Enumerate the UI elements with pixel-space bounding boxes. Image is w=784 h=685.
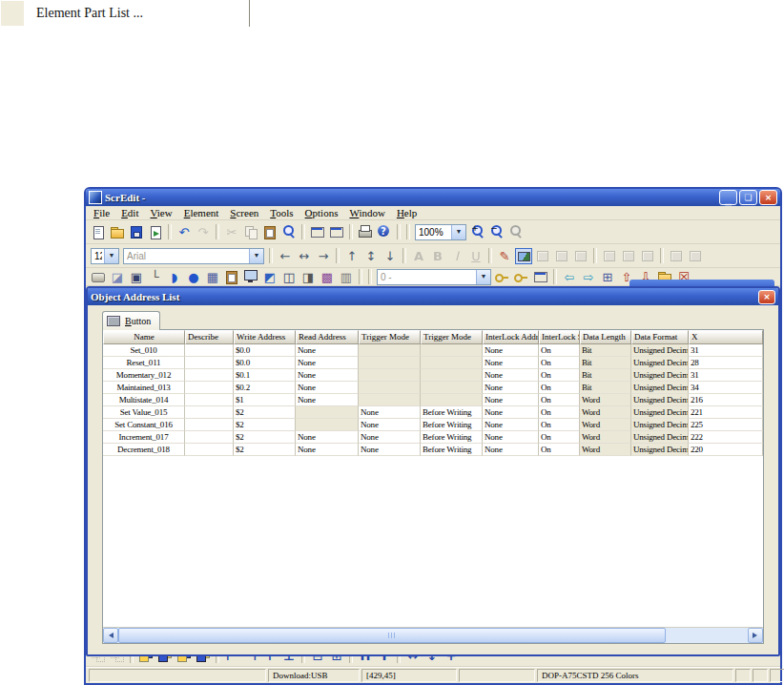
- table-cell[interactable]: $2: [234, 431, 296, 444]
- scroll-right-button[interactable]: [748, 628, 763, 643]
- table-cell[interactable]: [185, 344, 234, 357]
- zoom-select[interactable]: 100%▼: [415, 224, 466, 240]
- table-cell[interactable]: None: [483, 444, 539, 456]
- table-cell[interactable]: None: [359, 431, 421, 444]
- table-cell[interactable]: [185, 369, 234, 382]
- table-cell[interactable]: Unsigned Decimal: [631, 369, 689, 382]
- table-cell[interactable]: 220: [689, 444, 763, 456]
- table-cell[interactable]: [359, 369, 421, 382]
- keypad-tool[interactable]: ▩: [319, 269, 336, 285]
- prev-screen-button[interactable]: ⇦: [561, 269, 578, 285]
- table-cell[interactable]: [421, 382, 483, 394]
- table-cell[interactable]: Momentary_012: [103, 369, 185, 382]
- table-cell[interactable]: Set_010: [103, 344, 185, 357]
- table-cell[interactable]: Unsigned Decimal: [631, 419, 689, 431]
- scroll-left-button[interactable]: [103, 628, 118, 643]
- frame-style-button[interactable]: [668, 248, 685, 264]
- table-cell[interactable]: Set Constant_016: [103, 419, 185, 431]
- table-cell[interactable]: None: [296, 382, 359, 394]
- table-row[interactable]: Multistate_014$1NoneNoneOnWordUnsigned D…: [103, 394, 763, 406]
- table-cell[interactable]: None: [296, 444, 359, 456]
- table-cell[interactable]: On: [539, 394, 580, 406]
- save-button[interactable]: [128, 224, 145, 240]
- table-cell[interactable]: None: [359, 406, 421, 419]
- column-header-data-format[interactable]: Data Format: [631, 330, 689, 344]
- table-cell[interactable]: Unsigned Decimal: [631, 382, 689, 394]
- table-cell[interactable]: Unsigned Decimal: [631, 444, 689, 456]
- next-screen-button[interactable]: ⇨: [580, 269, 597, 285]
- bold-button[interactable]: B: [429, 248, 446, 264]
- table-cell[interactable]: None: [483, 357, 539, 369]
- tab-button[interactable]: Button: [102, 311, 160, 330]
- chevron-down-icon[interactable]: ▼: [104, 249, 118, 263]
- table-cell[interactable]: $0.0: [234, 344, 296, 357]
- column-header-trigger-mode[interactable]: Trigger Mode: [359, 330, 421, 344]
- table-cell[interactable]: 222: [689, 431, 763, 444]
- table-cell[interactable]: On: [539, 357, 580, 369]
- numeric-display-tool[interactable]: ▣: [128, 269, 145, 285]
- flip-horizontal-button[interactable]: [601, 248, 618, 264]
- table-cell[interactable]: Set Value_015: [103, 406, 185, 419]
- text-align-bottom-button[interactable]: ↓: [382, 248, 399, 264]
- window-screen-button[interactable]: [309, 224, 326, 240]
- dialog-close-button[interactable]: ×: [758, 290, 775, 304]
- indicator-tool[interactable]: ◪: [109, 269, 126, 285]
- table-cell[interactable]: Unsigned Decimal: [631, 431, 689, 444]
- table-cell[interactable]: $2: [234, 444, 296, 456]
- table-cell[interactable]: None: [296, 394, 359, 406]
- table-cell[interactable]: Bit: [580, 382, 631, 394]
- table-cell[interactable]: Decrement_018: [103, 444, 185, 456]
- paste-button[interactable]: [261, 224, 279, 240]
- shadow-style-button[interactable]: [687, 248, 704, 264]
- table-cell[interactable]: Multistate_014: [103, 394, 185, 406]
- histogram-tool[interactable]: ▦: [204, 269, 221, 285]
- menu-tools[interactable]: Tools: [264, 207, 299, 218]
- table-cell[interactable]: Before Writing: [421, 419, 483, 431]
- table-cell[interactable]: Unsigned Decimal: [631, 394, 689, 406]
- table-cell[interactable]: $0.2: [234, 382, 296, 394]
- input-tool[interactable]: [223, 269, 240, 285]
- cut-button[interactable]: ✂: [223, 224, 240, 240]
- table-cell[interactable]: 31: [689, 344, 763, 357]
- save-as-button[interactable]: [147, 224, 164, 240]
- table-cell[interactable]: [185, 444, 234, 456]
- table-cell[interactable]: Unsigned Decimal: [631, 344, 689, 357]
- table-cell[interactable]: Word: [580, 394, 631, 406]
- horizontal-scrollbar[interactable]: [103, 627, 763, 643]
- table-cell[interactable]: None: [483, 406, 539, 419]
- text-align-top-button[interactable]: ↑: [343, 248, 361, 264]
- table-cell[interactable]: [359, 382, 421, 394]
- restore-button[interactable]: ❏: [739, 190, 757, 205]
- table-cell[interactable]: 216: [689, 394, 763, 406]
- undo-button[interactable]: ↶: [175, 224, 193, 240]
- table-row[interactable]: Increment_017$2NoneNoneBefore WritingNon…: [103, 431, 763, 444]
- table-cell[interactable]: $1: [234, 394, 296, 406]
- table-cell[interactable]: [421, 344, 483, 357]
- table-cell[interactable]: 221: [689, 406, 763, 419]
- column-header-trigger-mode[interactable]: Trigger Mode: [421, 330, 483, 344]
- redo-button[interactable]: ↷: [195, 224, 212, 240]
- underline-button[interactable]: U: [467, 248, 485, 264]
- circle-meter-tool[interactable]: ●: [185, 269, 202, 285]
- table-cell[interactable]: On: [539, 444, 580, 456]
- chevron-down-icon[interactable]: ▼: [249, 249, 263, 263]
- table-cell[interactable]: [185, 431, 234, 444]
- table-cell[interactable]: Before Writing: [421, 431, 483, 444]
- table-cell[interactable]: [185, 419, 234, 431]
- copy-button[interactable]: [242, 224, 259, 240]
- table-cell[interactable]: Unsigned Decimal: [631, 357, 689, 369]
- state-select[interactable]: 0 -▼: [377, 269, 491, 285]
- table-cell[interactable]: Word: [580, 419, 631, 431]
- draw-mode-button[interactable]: ✎: [496, 248, 513, 264]
- table-cell[interactable]: 28: [689, 357, 763, 369]
- zoom-in-button[interactable]: +: [469, 224, 486, 240]
- text-align-middle-button[interactable]: ↕: [362, 248, 380, 264]
- font-size-select[interactable]: 12▼: [91, 248, 119, 264]
- table-row[interactable]: Decrement_018$2NoneNoneBefore WritingNon…: [103, 444, 763, 456]
- alarm-tool[interactable]: ◨: [299, 269, 317, 285]
- table-cell[interactable]: [421, 394, 483, 406]
- column-header-interlock-address[interactable]: InterLock Address: [483, 330, 539, 344]
- table-cell[interactable]: None: [296, 344, 359, 357]
- text-align-left-button[interactable]: ←: [277, 248, 294, 264]
- table-cell[interactable]: [421, 369, 483, 382]
